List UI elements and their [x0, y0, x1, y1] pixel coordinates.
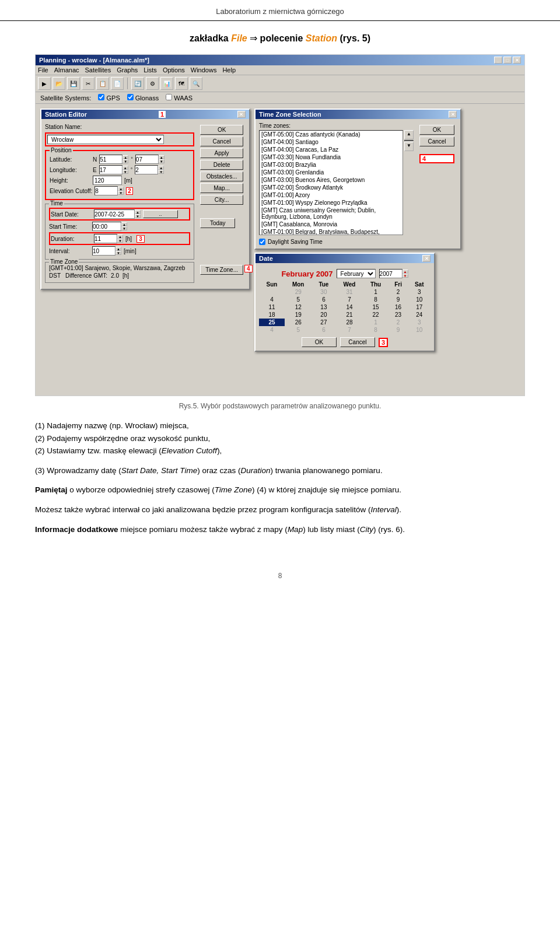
menu-help[interactable]: Help	[222, 67, 236, 74]
menu-almanac[interactable]: Almanac	[54, 67, 79, 74]
start-date-down[interactable]: ▼	[135, 214, 141, 218]
timezone-list[interactable]: [GMT-05:00] Czas atlantycki (Kanada) [GM…	[259, 130, 403, 235]
toolbar-btn-10[interactable]: 🗺	[175, 77, 188, 90]
tz-scroll-track[interactable]	[404, 140, 414, 141]
tz-scroll-down[interactable]: ▼	[404, 142, 414, 151]
lon-deg-down[interactable]: ▼	[123, 170, 128, 174]
lat-min-field[interactable]	[135, 155, 159, 164]
toolbar-btn-1[interactable]: ▶	[38, 77, 51, 90]
elevation-field[interactable]	[94, 186, 118, 195]
cal-cell[interactable]: 7	[335, 296, 363, 303]
cal-cell[interactable]: 23	[388, 311, 408, 319]
date-dialog-controls[interactable]: ✕	[422, 255, 430, 262]
cal-cell[interactable]: 6	[312, 326, 335, 334]
tz-ok-button[interactable]: OK	[419, 125, 454, 135]
cal-cell[interactable]: 11	[259, 303, 285, 311]
lat-deg-up[interactable]: ▲	[123, 155, 128, 159]
tz-item-10[interactable]: [GMT] Czas uniwersalny Greenwich; Dublin…	[260, 207, 402, 221]
cal-cell[interactable]: 1	[363, 288, 388, 296]
toolbar-btn-4[interactable]: ✂	[82, 77, 94, 90]
station-name-select[interactable]: Wrocław	[47, 135, 164, 144]
cal-cell[interactable]: 3	[408, 288, 430, 296]
toolbar-btn-7[interactable]: 🔄	[131, 77, 144, 90]
cal-cell[interactable]: 4	[259, 326, 285, 334]
menu-options[interactable]: Options	[163, 67, 185, 74]
waas-checkbox[interactable]	[166, 94, 172, 100]
start-time-field[interactable]	[92, 222, 121, 231]
cal-cell[interactable]: 9	[388, 326, 408, 334]
tz-item-12[interactable]: [GMT-01:00] Belgrad, Bratysława, Budapes…	[260, 228, 402, 235]
lon-min-down[interactable]: ▼	[158, 170, 164, 174]
toolbar-btn-8[interactable]: ⚙	[146, 77, 159, 90]
lat-min-input[interactable]: ▲ ▼	[135, 155, 164, 164]
menu-satellites[interactable]: Satellites	[85, 67, 111, 74]
cal-cell[interactable]: 2	[388, 319, 408, 326]
cal-cell[interactable]	[259, 288, 285, 296]
cal-cell[interactable]: 22	[363, 311, 388, 319]
cal-cell[interactable]: 8	[363, 326, 388, 334]
cal-cell[interactable]: 16	[388, 303, 408, 311]
dialog-controls[interactable]: ✕	[237, 111, 246, 118]
cal-cell[interactable]: 12	[285, 303, 312, 311]
toolbar-btn-2[interactable]: 📂	[52, 77, 65, 90]
cal-cell[interactable]: 14	[335, 303, 363, 311]
map-button[interactable]: Map...	[200, 183, 243, 193]
cal-cell[interactable]: 8	[363, 296, 388, 303]
interval-down[interactable]: ▼	[116, 251, 121, 255]
cal-cell-today[interactable]: 25	[259, 319, 285, 326]
cal-cell[interactable]: 26	[285, 319, 312, 326]
tz-item-5[interactable]: [GMT-03:00] Grenlandia	[260, 169, 402, 176]
cal-cell[interactable]: 17	[408, 303, 430, 311]
lon-min-up[interactable]: ▲	[158, 166, 164, 170]
cal-cell[interactable]: 31	[335, 288, 363, 296]
duration-up[interactable]: ▲	[117, 235, 123, 239]
toolbar-btn-5[interactable]: 📋	[96, 77, 109, 90]
tz-item-6[interactable]: [GMT-03:00] Buenos Aires, Georgetown	[260, 176, 402, 184]
height-input[interactable]	[93, 176, 122, 185]
cal-cell[interactable]: 2	[388, 288, 408, 296]
interval-field[interactable]	[92, 246, 116, 256]
duration-field[interactable]	[94, 234, 117, 243]
start-date-input[interactable]: ▲ ▼	[94, 209, 141, 219]
lat-min-up[interactable]: ▲	[159, 155, 164, 159]
year-input[interactable]: ▲ ▼	[379, 269, 408, 278]
toolbar-btn-9[interactable]: 📊	[160, 77, 173, 90]
lon-deg-field[interactable]	[99, 165, 123, 174]
date-ok-btn[interactable]: OK	[302, 337, 337, 347]
tz-item-0[interactable]: [GMT-05:00] Czas atlantycki (Kanada)	[260, 131, 402, 138]
glonass-checkbox[interactable]	[127, 94, 134, 100]
tz-item-8[interactable]: [GMT-01:00] Azory	[260, 191, 402, 199]
lat-deg-input[interactable]: ▲ ▼	[99, 155, 128, 164]
tz-item-4[interactable]: [GMT-03:00] Brazylia	[260, 161, 402, 169]
cal-cell[interactable]: 10	[408, 296, 430, 303]
lat-min-down[interactable]: ▼	[159, 159, 164, 163]
toolbar-btn-11[interactable]: 🔍	[190, 77, 202, 90]
elevation-down[interactable]: ▼	[118, 191, 124, 195]
cal-cell[interactable]: 7	[335, 326, 363, 334]
cal-cell[interactable]: 4	[259, 296, 285, 303]
gps-checkbox[interactable]	[98, 94, 104, 100]
cal-cell[interactable]: 5	[285, 296, 312, 303]
tz-dialog-controls[interactable]: ✕	[449, 111, 457, 118]
dialog-close[interactable]: ✕	[237, 111, 246, 118]
lat-deg-field[interactable]	[99, 155, 123, 164]
cal-cell[interactable]: 19	[285, 311, 312, 319]
ok-button[interactable]: OK	[200, 125, 243, 135]
city-button[interactable]: City...	[200, 195, 243, 205]
timezone-button[interactable]: Time Zone...	[200, 265, 243, 275]
cal-cell[interactable]: 20	[312, 311, 335, 319]
start-time-input[interactable]: ▲ ▼	[92, 222, 127, 231]
duration-down[interactable]: ▼	[117, 239, 123, 243]
start-date-field[interactable]	[94, 209, 135, 219]
toolbar-btn-6[interactable]: 📄	[111, 77, 124, 90]
cal-cell[interactable]: 9	[388, 296, 408, 303]
lon-min-field[interactable]	[135, 165, 158, 174]
cal-cell[interactable]: 3	[408, 319, 430, 326]
tz-item-9[interactable]: [GMT-01:00] Wyspy Zielonego Przylądka	[260, 199, 402, 207]
cal-cell[interactable]: 24	[408, 311, 430, 319]
start-date-up[interactable]: ▲	[135, 210, 141, 214]
tz-item-11[interactable]: [GMT] Casablanca, Monrovia	[260, 221, 402, 228]
today-button[interactable]: Today	[200, 218, 235, 228]
cal-cell[interactable]: 18	[259, 311, 285, 319]
tz-scroll-up[interactable]: ▲	[404, 130, 414, 139]
